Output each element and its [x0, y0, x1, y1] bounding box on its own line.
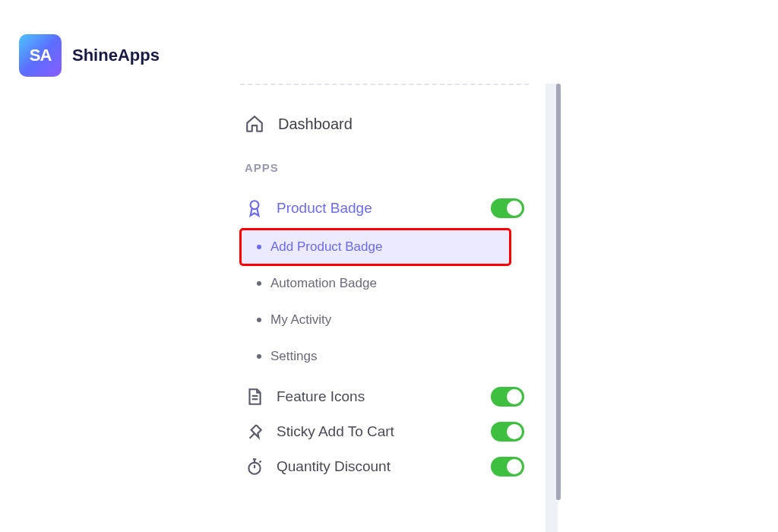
- dashboard-label: Dashboard: [278, 116, 353, 133]
- divider: [240, 84, 529, 85]
- bullet-icon: [257, 318, 261, 322]
- sidebar-subitem-settings[interactable]: Settings: [240, 338, 529, 375]
- sidebar-item-sticky-add-to-cart[interactable]: Sticky Add To Cart: [240, 414, 529, 449]
- brand-name: ShineApps: [72, 46, 160, 65]
- sidebar-subitems-product-badge: Add Product Badge Automation Badge My Ac…: [240, 229, 529, 375]
- inner-scrollbar[interactable]: [556, 84, 561, 500]
- svg-line-7: [260, 461, 261, 462]
- sidebar-subitem-add-product-badge[interactable]: Add Product Badge: [240, 229, 511, 265]
- sidebar-subitem-automation-badge[interactable]: Automation Badge: [240, 265, 529, 302]
- sidebar-item-label: Quantity Discount: [277, 458, 479, 475]
- bullet-icon: [257, 354, 261, 359]
- brand-logo-text: SA: [30, 46, 52, 65]
- stopwatch-icon: [245, 457, 264, 477]
- toggle-feature-icons[interactable]: [491, 387, 524, 407]
- sidebar-section-apps: APPS: [240, 161, 529, 174]
- sidebar-item-product-badge[interactable]: Product Badge: [240, 191, 529, 226]
- toggle-quantity-discount[interactable]: [491, 457, 524, 477]
- brand-logo-icon: SA: [19, 34, 62, 77]
- svg-point-0: [251, 201, 259, 209]
- sidebar-item-dashboard[interactable]: Dashboard: [240, 108, 529, 140]
- sidebar-subitem-my-activity[interactable]: My Activity: [240, 302, 529, 338]
- ribbon-badge-icon: [245, 198, 264, 218]
- sidebar: Dashboard APPS Product Badge Add Product…: [240, 84, 529, 484]
- sidebar-item-label: Sticky Add To Cart: [277, 423, 479, 440]
- sidebar-subitem-label: Settings: [270, 349, 317, 364]
- pin-icon: [245, 422, 264, 442]
- brand-header: SA ShineApps: [19, 34, 160, 77]
- sidebar-item-label: Product Badge: [277, 200, 479, 217]
- bullet-icon: [257, 281, 261, 286]
- sidebar-item-feature-icons[interactable]: Feature Icons: [240, 379, 529, 414]
- sidebar-item-quantity-discount[interactable]: Quantity Discount: [240, 449, 529, 484]
- sidebar-subitem-label: Add Product Badge: [270, 239, 382, 255]
- sidebar-subitem-label: My Activity: [270, 312, 331, 328]
- toggle-product-badge[interactable]: [491, 198, 524, 218]
- file-list-icon: [245, 387, 264, 407]
- sidebar-item-label: Feature Icons: [277, 388, 479, 405]
- home-icon: [245, 114, 264, 134]
- bullet-icon: [257, 245, 261, 249]
- toggle-sticky-add-to-cart[interactable]: [491, 422, 524, 442]
- sidebar-subitem-label: Automation Badge: [270, 276, 377, 291]
